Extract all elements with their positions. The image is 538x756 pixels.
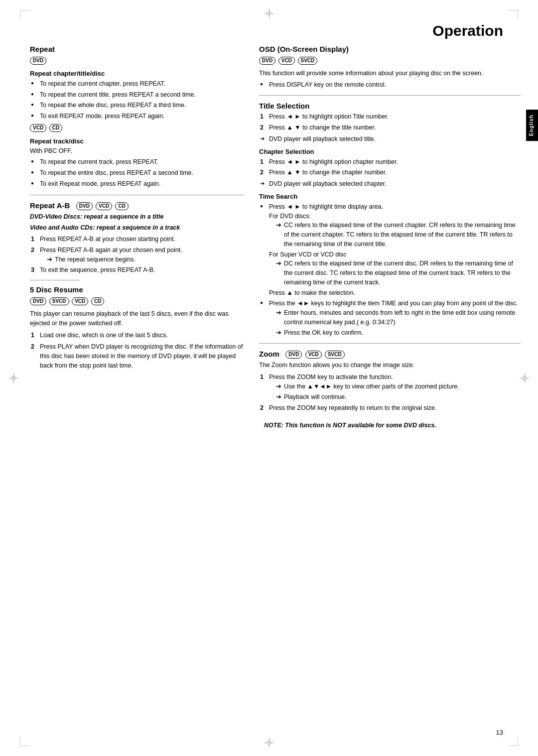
list-item: Press the ◄► keys to highlight the item …: [259, 299, 521, 337]
time-search-dvd-arrow: CC refers to the elapsed time of the cur…: [269, 221, 521, 249]
list-item: 2 Press the ZOOM key repeatedly to retur…: [259, 403, 521, 413]
repeat-heading: Repeat: [30, 45, 244, 53]
list-item: 1Press ◄ ► to highlight option Title num…: [259, 112, 521, 122]
dvd-badge-zoom: DVD: [285, 351, 302, 359]
svcd-badge-osd: SVCD: [298, 57, 318, 65]
section-divider-2: [30, 280, 80, 280]
time-search-heading: Time Search: [259, 193, 521, 200]
disc-resume-heading: 5 Disc Resume: [30, 285, 244, 294]
repeat-section: Repeat DVD Repeat chapter/title/disc To …: [30, 45, 244, 189]
time-search-svcd-arrow: DC refers to the elapsed time of the cur…: [269, 259, 521, 287]
list-item: To repeat the entire disc, press REPEAT …: [30, 168, 244, 178]
section-divider-3: [259, 95, 521, 96]
vcd-badge-zoom: VCD: [305, 351, 322, 359]
time-search-arrow-3: Press the OK key to confirm.: [269, 328, 521, 338]
list-item: 2Press ▲ ▼ to change the chapter number.: [259, 168, 521, 177]
with-pbc-text: With PBC OFF,: [30, 146, 244, 156]
osd-heading: OSD (On-Screen Display): [259, 45, 521, 53]
repeat-ab-heading: Repeat A-B DVD VCD CD: [30, 201, 244, 210]
list-item: 3To exit the sequence, press REPEAT A-B.: [30, 265, 244, 275]
repeat-dvd-badge-row: DVD: [30, 55, 244, 66]
corner-mark-top-right: [508, 10, 518, 20]
cd-badge-ab: CD: [115, 202, 128, 210]
time-search-bullets: Press ◄ ► to highlight time display area…: [259, 202, 521, 338]
list-item: Press DISPLAY key on the remote control.: [259, 80, 521, 90]
list-item: 1 Press the ZOOM key to activate the fun…: [259, 373, 521, 401]
svcd-badge-resume: SVCD: [49, 297, 69, 305]
zoom-heading: Zoom DVD VCD SVCD: [259, 350, 521, 359]
vcd-badge-resume: VCD: [72, 297, 88, 305]
osd-description: This function will provide some informat…: [259, 69, 521, 78]
osd-badges: DVD VCD SVCD: [259, 55, 521, 66]
zoom-description: The Zoom function allows you to change t…: [259, 361, 521, 370]
repeat-ab-steps: 1Press REPEAT A-B at your chosen startin…: [30, 235, 244, 275]
crosshair-top: [265, 9, 273, 18]
corner-mark-bottom-left: [20, 736, 30, 746]
left-column: Repeat DVD Repeat chapter/title/disc To …: [30, 45, 244, 432]
vcd-badge-osd: VCD: [278, 57, 295, 65]
list-item: Press ◄ ► to highlight time display area…: [259, 202, 521, 298]
repeat-dvd-bullets: To repeat the current chapter, press REP…: [30, 79, 244, 121]
disc-resume-description: This player can resume playback of the l…: [30, 309, 244, 328]
zoom-section: Zoom DVD VCD SVCD The Zoom function allo…: [259, 350, 521, 430]
repeat-chapter-title-heading: Repeat chapter/title/disc: [30, 70, 244, 77]
repeat-ab-section: Repeat A-B DVD VCD CD DVD-Video Discs: r…: [30, 201, 244, 275]
list-item: 1Load one disc, which is one of the last…: [30, 331, 244, 340]
list-item: 2Press PLAY when DVD player is recognizi…: [30, 342, 244, 370]
title-selection-heading: Title Selection: [259, 102, 521, 110]
list-item: To repeat the current title, press REPEA…: [30, 90, 244, 100]
time-search-section: Time Search Press ◄ ► to highlight time …: [259, 193, 521, 338]
list-item: To repeat the current chapter, press REP…: [30, 79, 244, 89]
title-selection-steps: 1Press ◄ ► to highlight option Title num…: [259, 112, 521, 132]
list-item: 2Press REPEAT A-B again at your chosen e…: [30, 246, 244, 264]
disc-resume-steps: 1Load one disc, which is one of the last…: [30, 331, 244, 370]
corner-mark-bottom-right: [508, 736, 518, 746]
repeat-vcd-bullets: To repeat the current track, press REPEA…: [30, 157, 244, 188]
right-column: OSD (On-Screen Display) DVD VCD SVCD Thi…: [259, 45, 521, 432]
dvd-badge: DVD: [30, 57, 46, 65]
vcd-badge: VCD: [30, 124, 46, 132]
list-item: To exit Repeat mode, press REPEAT again.: [30, 179, 244, 189]
repeat-ab-italic-1: DVD-Video Discs: repeat a sequence in a …: [30, 212, 244, 222]
cd-badge-resume: CD: [91, 297, 104, 305]
cd-badge: CD: [49, 124, 62, 132]
dvd-badge-ab: DVD: [76, 202, 93, 210]
list-item: To repeat the whole disc, press REPEAT a…: [30, 101, 244, 110]
zoom-note: NOTE: This function is NOT available for…: [259, 421, 521, 430]
title-selection-arrow: DVD player will playback selected title.: [259, 134, 521, 144]
osd-bullets: Press DISPLAY key on the remote control.: [259, 80, 521, 90]
list-item: 1Press REPEAT A-B at your chosen startin…: [30, 235, 244, 244]
osd-section: OSD (On-Screen Display) DVD VCD SVCD Thi…: [259, 45, 521, 89]
zoom-steps: 1 Press the ZOOM key to activate the fun…: [259, 373, 521, 413]
zoom-arrow-2: Playback will continue.: [269, 392, 521, 402]
title-selection-section: Title Selection 1Press ◄ ► to highlight …: [259, 102, 521, 143]
section-divider-1: [30, 195, 244, 195]
dvd-badge-resume: DVD: [30, 297, 46, 305]
chapter-selection-arrow: DVD player will playback selected chapte…: [259, 179, 521, 189]
list-item: To exit REPEAT mode, press REPEAT again.: [30, 112, 244, 121]
crosshair-bottom: [265, 738, 273, 747]
crosshair-left: [9, 374, 18, 382]
list-item: To repeat the current track, press REPEA…: [30, 157, 244, 167]
repeat-track-disc-heading: Repeat track/disc: [30, 137, 244, 145]
list-item: 1Press ◄ ► to highlight option chapter n…: [259, 157, 521, 167]
page-title: Operation: [432, 22, 503, 39]
vcd-badge-ab: VCD: [96, 202, 112, 210]
corner-mark-top-left: [20, 10, 30, 20]
content-area: Repeat DVD Repeat chapter/title/disc To …: [30, 45, 521, 432]
repeat-ab-italic-2: Video and Audio CDs: repeat a sequence i…: [30, 223, 244, 233]
disc-resume-badges: DVD SVCD VCD CD: [30, 296, 244, 306]
zoom-arrow-1: Use the ▲▼◄► key to view other parts of …: [269, 382, 521, 391]
language-tab: English: [526, 110, 538, 141]
time-search-arrow-2: Enter hours, minutes and seconds from le…: [269, 308, 521, 327]
chapter-selection-steps: 1Press ◄ ► to highlight option chapter n…: [259, 157, 521, 178]
page-number: 13: [496, 729, 503, 736]
chapter-selection-heading: Chapter Selection: [259, 148, 521, 155]
list-item: 2Press ▲ ▼ to change the title number.: [259, 123, 521, 132]
dvd-badge-osd: DVD: [259, 57, 275, 65]
section-divider-4: [259, 343, 521, 344]
disc-resume-section: 5 Disc Resume DVD SVCD VCD CD This playe…: [30, 285, 244, 370]
crosshair-right: [520, 374, 529, 382]
repeat-vcd-cd-badge-row: VCD CD: [30, 123, 244, 133]
repeat-ab-arrow: The repeat sequence begins.: [40, 255, 244, 264]
